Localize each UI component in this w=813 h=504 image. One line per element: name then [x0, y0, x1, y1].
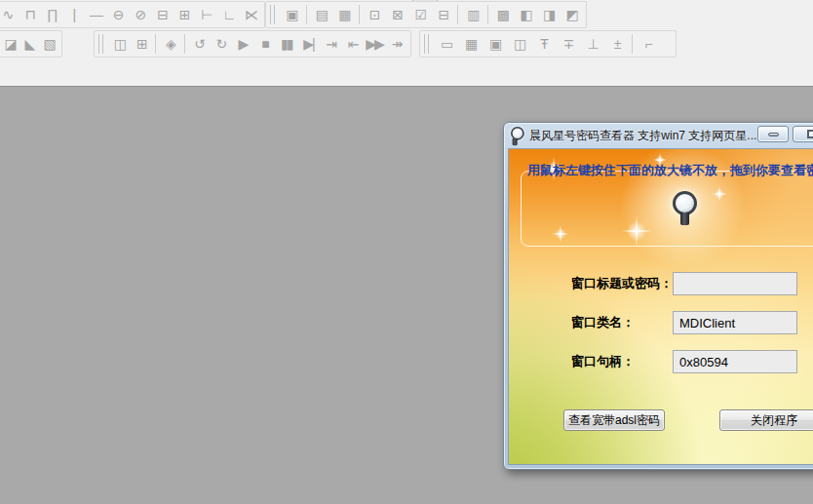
voltage-probe-icon[interactable]: Ŧ [531, 33, 556, 56]
panel-x-icon[interactable]: ◨ [537, 4, 561, 26]
component-b-icon[interactable]: ⊞ [173, 4, 195, 26]
field-label-class-name: 窗口类名： [571, 314, 635, 331]
logic-analyzer-icon[interactable]: ▦ [458, 33, 483, 56]
sim-trace-a-icon[interactable]: ∿ [0, 4, 19, 26]
class-name-field[interactable] [673, 311, 797, 334]
export-x-icon[interactable]: ⊠ [385, 4, 408, 26]
oscilloscope-icon[interactable]: ▣ [483, 33, 507, 56]
drag-magnifier-icon[interactable] [672, 191, 697, 225]
stop-icon[interactable]: ■ [253, 33, 276, 56]
junction-icon[interactable]: ⊢ [195, 4, 217, 26]
analysis-graph-icon[interactable]: ▣ [280, 4, 303, 26]
run-to-end-icon[interactable]: ↠ [385, 33, 407, 56]
node-circle-icon[interactable]: ⊖ [106, 4, 129, 26]
play-icon[interactable]: ▶ [232, 33, 254, 56]
batch-process-icon[interactable]: ▧ [39, 33, 58, 56]
maximize-button[interactable] [793, 126, 813, 142]
fast-forward-icon[interactable]: ▶▶ [364, 33, 386, 56]
list-bars-icon[interactable]: ▥ [461, 4, 484, 26]
display-dark-icon[interactable]: ▩ [491, 4, 515, 26]
window-title: 晨风星号密码查看器 支持win7 支持网页星... [529, 128, 756, 144]
password-viewer-window[interactable]: 晨风星号密码查看器 支持win7 支持网页星... 用鼠标左键按住下面的放大镜不… [503, 122, 813, 470]
layers-icon[interactable]: ▤ [310, 4, 333, 26]
magnifier-groupbox [521, 171, 813, 247]
import-check-icon[interactable]: ☑ [408, 4, 432, 26]
skip-end-icon[interactable]: ▶| [297, 33, 320, 56]
minimize-icon [768, 133, 779, 136]
panel-check-icon[interactable]: ◩ [560, 4, 583, 26]
virtual-terminal-icon[interactable]: ▭ [434, 33, 458, 56]
grid-icon[interactable]: ▦ [332, 4, 356, 26]
toolbar-separator [487, 5, 488, 24]
panel-z-icon[interactable]: ◧ [514, 4, 537, 26]
pause-icon[interactable]: ▮▮ [276, 33, 298, 56]
resume-hand-icon[interactable]: ↻ [210, 33, 232, 56]
toolbar-panel-draw: ∿⊓∏|—⊖⊘⊟⊞⊢∟⋉ [0, 1, 265, 28]
toolbar-panel-file: ◪◣▧ [0, 30, 62, 58]
toolbar-grip[interactable] [98, 34, 103, 54]
ground-probe-icon[interactable]: ⊥ [580, 33, 604, 56]
step-into-icon[interactable]: ⇥ [320, 33, 342, 56]
toolbar-panel-instruments: ▭▦▣◫Ŧ∓⊥±⌐ [419, 30, 677, 58]
toolbar-separator [457, 5, 458, 24]
field-label-handle: 窗口句柄： [571, 353, 635, 370]
current-probe-icon[interactable]: ∓ [556, 33, 580, 56]
toolbar-grip[interactable] [270, 5, 275, 24]
toolbar-separator [306, 5, 307, 24]
background-app-toolbar: ∿⊓∏|—⊖⊘⊟⊞⊢∟⋉ ▣▤▦⊡⊠☑⊟▥▩◧◨◩ ◪◣▧ ◫⊞◈↺↻▶■▮▮▶… [0, 0, 813, 87]
minimize-button[interactable] [757, 126, 789, 142]
import-file-icon[interactable]: ◪ [0, 33, 19, 56]
maximize-icon [807, 130, 813, 138]
corner-wire-icon[interactable]: ∟ [217, 4, 240, 26]
import-minus-icon[interactable]: ⊟ [431, 4, 454, 26]
view-adsl-password-button[interactable]: 查看宽带adsl密码 [563, 409, 665, 431]
toolbar-separator [359, 5, 360, 24]
node-slash-icon[interactable]: ⊘ [129, 4, 151, 26]
window-client-area: 用鼠标左键按住下面的放大镜不放，拖到你要查看密码的 窗口标题或密码： 窗口类名：… [508, 148, 813, 465]
magnifier-handle [680, 213, 689, 225]
shield-doc-icon[interactable]: ◈ [159, 33, 181, 56]
save-icon[interactable]: ◫ [108, 33, 131, 56]
toolbar-separator [632, 34, 633, 54]
field-label-title-password: 窗口标题或密码： [571, 275, 673, 292]
toolbar-grip[interactable] [424, 34, 429, 54]
title-password-field[interactable] [673, 272, 797, 295]
component-a-icon[interactable]: ⊟ [151, 4, 174, 26]
pause-hand-icon[interactable]: ↺ [188, 33, 211, 56]
toolbar-panel-simulation: ◫⊞◈↺↻▶■▮▮▶|⇥⇤▶▶↠ [94, 30, 411, 58]
window-handle-field[interactable] [673, 350, 797, 373]
horizontal-line-icon[interactable]: — [85, 4, 107, 26]
power-probe-icon[interactable]: ± [604, 33, 629, 56]
cursor-line-icon[interactable]: | [62, 4, 85, 26]
desktop-screen: ∿⊓∏|—⊖⊘⊟⊞⊢∟⋉ ▣▤▦⊡⊠☑⊟▥▩◧◨◩ ◪◣▧ ◫⊞◈↺↻▶■▮▮▶… [0, 0, 813, 504]
export-z-icon[interactable]: ⊡ [363, 4, 386, 26]
wire-cut-icon[interactable]: ⋉ [239, 4, 261, 26]
close-program-button[interactable]: 关闭程序 [719, 409, 813, 431]
save-all-icon[interactable]: ⊞ [131, 33, 153, 56]
export-file-icon[interactable]: ◣ [19, 33, 39, 56]
app-magnifier-icon [511, 126, 519, 144]
sim-trace-b-icon[interactable]: ⊓ [19, 4, 41, 26]
instruction-text: 用鼠标左键按住下面的放大镜不放，拖到你要查看密码的 [527, 162, 813, 179]
sim-trace-c-icon[interactable]: ∏ [40, 4, 62, 26]
wire-route-icon[interactable]: ⌐ [636, 33, 660, 56]
toolbar-panel-analysis: ▣▤▦⊡⊠☑⊟▥▩◧◨◩ [265, 1, 587, 28]
signal-generator-icon[interactable]: ◫ [507, 33, 531, 56]
toolbar-separator [155, 34, 156, 54]
toolbar-separator [184, 34, 185, 54]
step-out-icon[interactable]: ⇤ [341, 33, 364, 56]
